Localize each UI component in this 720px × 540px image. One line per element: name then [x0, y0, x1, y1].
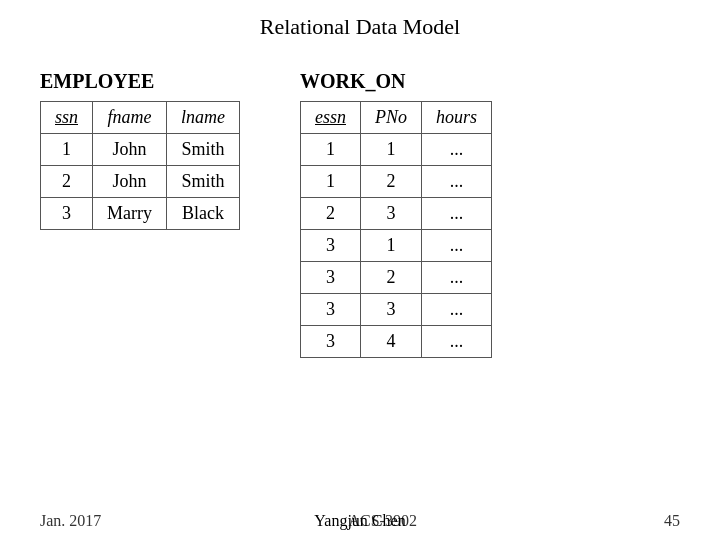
table-cell: 3: [361, 198, 422, 230]
table-cell: John: [93, 166, 167, 198]
footer-page: 45: [664, 512, 680, 530]
footer-center: Yangjun Chen: [314, 512, 405, 530]
table-row: 2JohnSmith: [41, 166, 240, 198]
page-title: Relational Data Model: [0, 0, 720, 70]
table-row: 34...: [301, 326, 492, 358]
table-cell: 4: [361, 326, 422, 358]
footer-left: Jan. 2017: [40, 512, 101, 530]
table-row: 31...: [301, 230, 492, 262]
content-area: EMPLOYEE ssn fname lname 1JohnSmith2John…: [0, 70, 720, 358]
table-cell: 3: [301, 326, 361, 358]
table-cell: Smith: [167, 166, 240, 198]
table-cell: 2: [361, 166, 422, 198]
table-cell: ...: [422, 134, 492, 166]
table-cell: Smith: [167, 134, 240, 166]
table-cell: 2: [361, 262, 422, 294]
employee-header-row: ssn fname lname: [41, 102, 240, 134]
table-cell: ...: [422, 230, 492, 262]
table-cell: ...: [422, 198, 492, 230]
workon-col-essn: essn: [301, 102, 361, 134]
table-row: 3MarryBlack: [41, 198, 240, 230]
table-cell: 1: [361, 230, 422, 262]
table-cell: 1: [301, 166, 361, 198]
table-cell: 3: [301, 294, 361, 326]
workon-label: WORK_ON: [300, 70, 492, 93]
emp-col-ssn: ssn: [41, 102, 93, 134]
table-cell: 1: [301, 134, 361, 166]
emp-col-fname: fname: [93, 102, 167, 134]
table-cell: 3: [361, 294, 422, 326]
footer-center-text: Yangjun Chen: [314, 512, 405, 529]
table-row: 32...: [301, 262, 492, 294]
table-cell: ...: [422, 294, 492, 326]
table-cell: 1: [41, 134, 93, 166]
table-cell: 2: [301, 198, 361, 230]
workon-section: WORK_ON essn PNo hours 11...12...23...31…: [300, 70, 492, 358]
table-row: 23...: [301, 198, 492, 230]
workon-table: essn PNo hours 11...12...23...31...32...…: [300, 101, 492, 358]
emp-col-lname: lname: [167, 102, 240, 134]
table-row: 11...: [301, 134, 492, 166]
workon-header-row: essn PNo hours: [301, 102, 492, 134]
table-row: 12...: [301, 166, 492, 198]
table-cell: 1: [361, 134, 422, 166]
workon-col-pno: PNo: [361, 102, 422, 134]
table-cell: Black: [167, 198, 240, 230]
table-cell: 3: [301, 262, 361, 294]
table-cell: 2: [41, 166, 93, 198]
workon-col-hours: hours: [422, 102, 492, 134]
table-cell: 3: [301, 230, 361, 262]
table-cell: Marry: [93, 198, 167, 230]
employee-table: ssn fname lname 1JohnSmith2JohnSmith3Mar…: [40, 101, 240, 230]
employee-label: EMPLOYEE: [40, 70, 240, 93]
table-row: 33...: [301, 294, 492, 326]
table-cell: ...: [422, 326, 492, 358]
table-row: 1JohnSmith: [41, 134, 240, 166]
table-cell: ...: [422, 166, 492, 198]
table-cell: John: [93, 134, 167, 166]
table-cell: ...: [422, 262, 492, 294]
employee-section: EMPLOYEE ssn fname lname 1JohnSmith2John…: [40, 70, 240, 230]
table-cell: 3: [41, 198, 93, 230]
